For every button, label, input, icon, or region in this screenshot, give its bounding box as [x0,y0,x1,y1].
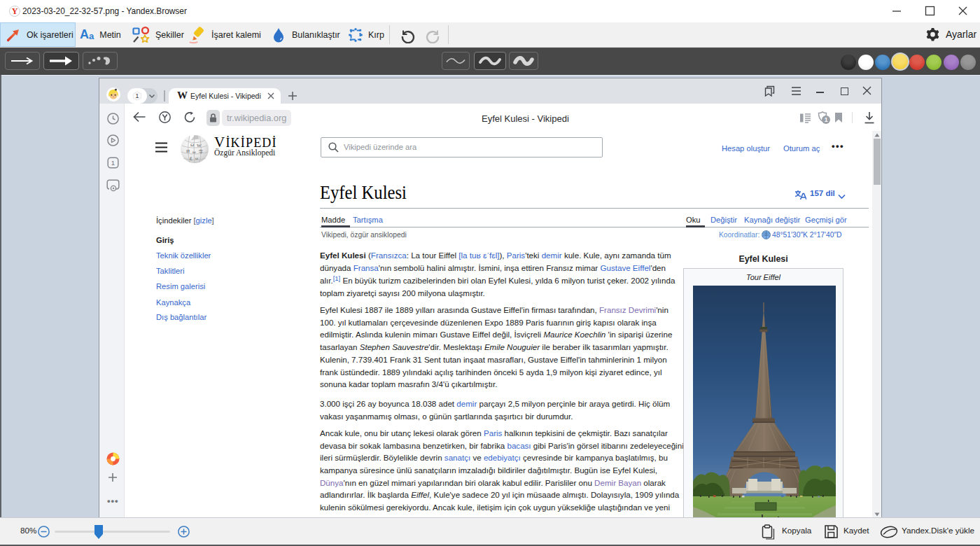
svg-text:1: 1 [111,159,115,167]
svg-text:ω: ω [192,149,196,155]
svg-text:Ω: Ω [190,142,194,148]
svg-text:И: И [186,148,190,154]
svg-text:1: 1 [825,116,828,123]
svg-text:1: 1 [135,92,139,99]
svg-text:W: W [197,143,202,148]
svg-text:Y: Y [12,6,18,16]
svg-text:字: 字 [199,149,203,154]
svg-text:ω: ω [195,156,198,160]
svg-text:ع: ع [190,155,192,160]
